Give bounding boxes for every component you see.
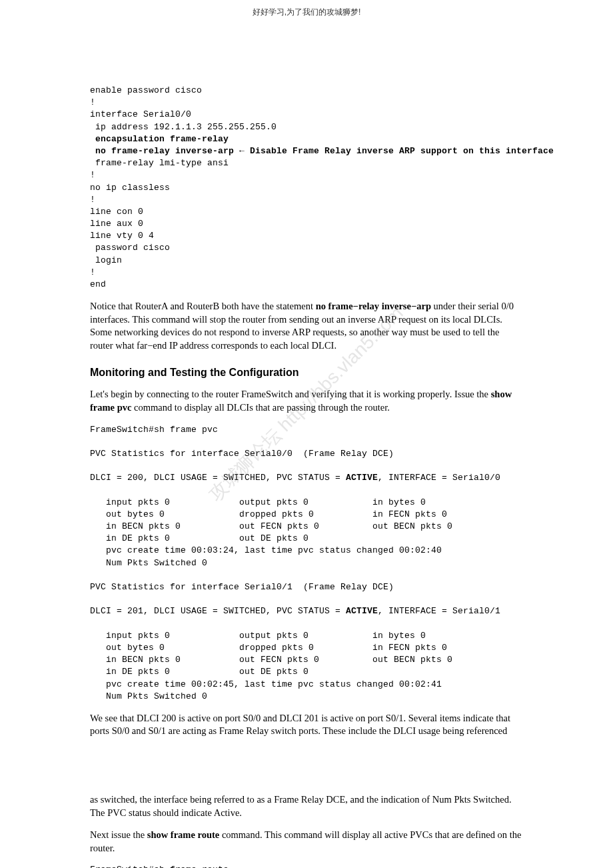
para-text: Next issue the [90, 829, 147, 840]
code-line: input pkts 0 output pkts 0 in bytes 0 [90, 497, 426, 507]
code-line: ! [90, 195, 95, 205]
para-bold: no frame−relay inverse−arp [316, 301, 431, 311]
code-line: out bytes 0 dropped pkts 0 in FECN pkts … [90, 643, 447, 653]
code-line: pvc create time 00:02:45, last time pvc … [90, 679, 442, 689]
code-line: in DE pkts 0 out DE pkts 0 [90, 533, 308, 543]
code-line: out bytes 0 dropped pkts 0 in FECN pkts … [90, 509, 447, 519]
code-line: PVC Statistics for interface Serial0/1 (… [90, 582, 394, 592]
code-line: PVC Statistics for interface Serial0/0 (… [90, 449, 394, 459]
code-line: ip address 192.1.1.3 255.255.255.0 [90, 122, 277, 132]
code-line: FrameSwitch#sh frame route [90, 865, 229, 868]
para-text: Let's begin by connecting to the router … [90, 389, 491, 399]
code-line: end [90, 279, 106, 289]
code-line: input pkts 0 output pkts 0 in bytes 0 [90, 631, 426, 641]
code-line: in BECN pkts 0 out FECN pkts 0 out BECN … [90, 521, 452, 531]
code-line: Num Pkts Switched 0 [90, 691, 207, 701]
code-line: DLCI = 200, DLCI USAGE = SWITCHED, PVC S… [90, 473, 346, 483]
code-line: in DE pkts 0 out DE pkts 0 [90, 667, 308, 677]
code-line: ← Disable Frame Relay inverse ARP suppor… [234, 146, 554, 156]
code-line: line vty 0 4 [90, 231, 154, 241]
route-output-block: FrameSwitch#sh frame route Input Intf In… [90, 864, 523, 868]
code-line: encapsulation frame-relay [90, 134, 229, 144]
paragraph-next: Next issue the show frame route command.… [90, 829, 523, 855]
code-line: no ip classless [90, 183, 170, 193]
code-line: , INTERFACE = Serial0/0 [378, 473, 500, 483]
para-text: Notice that RouterA and RouterB both hav… [90, 301, 316, 311]
paragraph-dlci: We see that DLCI 200 is active on port S… [90, 712, 523, 738]
paragraph-begin: Let's begin by connecting to the router … [90, 388, 523, 414]
page-header: 好好学习,为了我们的攻城狮梦! [0, 0, 613, 18]
code-line: ACTIVE [346, 473, 378, 483]
paragraph-switched: as switched, the interface being referre… [90, 793, 523, 819]
pvc-output-block: FrameSwitch#sh frame pvc PVC Statistics … [90, 424, 523, 703]
code-line: password cisco [90, 243, 170, 253]
code-line: ! [90, 267, 95, 277]
code-line: in BECN pkts 0 out FECN pkts 0 out BECN … [90, 655, 452, 665]
code-line: enable password cisco [90, 85, 202, 95]
para-text: command to display all DLCIs that are pa… [131, 402, 389, 413]
para-bold: show frame route [147, 829, 219, 840]
config-code-block: enable password cisco ! interface Serial… [90, 85, 523, 291]
code-line: interface Serial0/0 [90, 109, 191, 119]
code-line: pvc create time 00:03:24, last time pvc … [90, 545, 442, 555]
code-line: no frame-relay inverse-arp [90, 146, 234, 156]
code-line: ! [90, 97, 95, 107]
code-line: ACTIVE [346, 606, 378, 616]
paragraph-notice: Notice that RouterA and RouterB both hav… [90, 300, 523, 352]
section-heading: Monitoring and Testing the Configuration [90, 367, 523, 379]
code-line: DLCI = 201, DLCI USAGE = SWITCHED, PVC S… [90, 606, 346, 616]
header-text: 好好学习,为了我们的攻城狮梦! [253, 7, 361, 17]
code-line: , INTERFACE = Serial0/1 [378, 606, 500, 616]
code-line: login [90, 255, 122, 265]
code-line: frame-relay lmi-type ansi [90, 158, 229, 168]
code-line: Num Pkts Switched 0 [90, 558, 207, 568]
code-line: FrameSwitch#sh frame pvc [90, 425, 218, 435]
code-line: line con 0 [90, 207, 143, 217]
code-line: line aux 0 [90, 219, 143, 229]
code-line: ! [90, 170, 95, 180]
